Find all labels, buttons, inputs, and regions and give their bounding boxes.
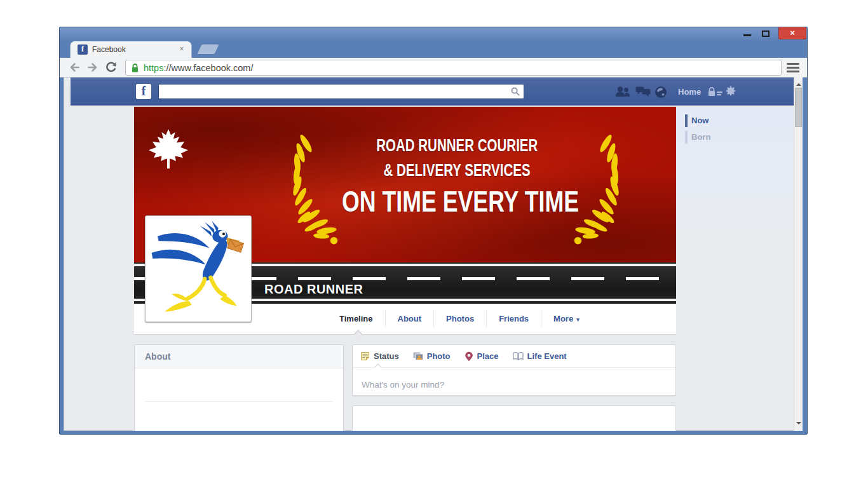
life-event-icon [513,351,524,361]
page-title: ROAD RUNNER [264,282,363,297]
ssl-lock-icon [131,63,139,73]
tab-strip: f Facebook × [60,41,807,58]
scroll-down-icon[interactable] [796,422,801,427]
back-icon[interactable] [67,60,83,76]
messages-icon[interactable] [635,86,651,98]
tab-more[interactable]: More▾ [541,304,592,335]
scroll-up-icon[interactable] [796,81,801,86]
timeline-nav-label[interactable]: Now [691,116,709,125]
photo-icon [413,351,423,361]
page-scrollbar[interactable] [794,77,803,431]
window-titlebar[interactable]: × [60,27,807,41]
gear-icon[interactable] [726,86,736,96]
tab-about[interactable]: About [386,304,434,334]
roadrunner-cartoon [148,219,248,319]
place-pin-icon [465,351,473,362]
browser-tab-facebook[interactable]: f Facebook × [71,41,191,58]
browser-toolbar: https://www.facebook.com/ [60,58,807,78]
maximize-icon[interactable] [762,30,770,37]
post-box [352,405,676,431]
cover-headline: ROAD RUNNER COURIER & DELIVERY SERVICES … [304,137,609,217]
close-icon[interactable]: × [778,27,806,39]
status-input[interactable]: What's on your mind? [362,380,444,390]
address-bar[interactable]: https://www.facebook.com/ [125,60,782,76]
status-action[interactable]: Status [360,351,399,361]
page-viewport: f [64,77,803,431]
search-icon[interactable] [511,87,520,96]
timeline-nav-marker [685,131,688,144]
about-box: About [134,344,344,431]
friend-requests-icon[interactable] [615,86,630,97]
life-event-action[interactable]: Life Event [513,351,567,361]
about-box-title: About [145,351,170,362]
url-scheme: https [144,63,163,73]
place-action[interactable]: Place [465,351,499,362]
tab-timeline[interactable]: Timeline [327,304,385,334]
tab-photos[interactable]: Photos [434,304,486,334]
about-box-divider [145,401,333,402]
facebook-search-box[interactable] [158,84,524,99]
facebook-favicon-icon: f [78,44,88,55]
tab-title: Facebook [92,45,126,54]
search-input[interactable] [159,85,524,98]
composer-actions: Status Photo Place [353,345,675,368]
cover-line-1: ROAD RUNNER COURIER [376,137,538,154]
minimize-icon[interactable] [743,34,751,36]
timeline-nav-marker [685,114,688,127]
url-rest: ://www.facebook.com/ [163,63,253,73]
privacy-shortcuts-lock-icon[interactable] [708,86,723,97]
notifications-globe-icon[interactable] [654,86,667,98]
facebook-logo-icon[interactable]: f [136,84,151,99]
maple-leaf-icon [147,126,189,172]
cover-line-2: & DELIVERY SERVICES [383,161,530,179]
chevron-down-icon: ▾ [576,316,580,323]
scrollbar-thumb[interactable] [795,88,802,127]
browser-window: × f Facebook × https://www.f [59,27,808,435]
reload-icon[interactable] [104,60,119,76]
profile-picture[interactable] [145,215,252,322]
photo-action[interactable]: Photo [413,351,451,361]
tab-friends[interactable]: Friends [487,304,541,334]
forward-icon[interactable] [86,60,101,76]
cover-line-3: ON TIME EVERY TIME [342,186,579,217]
facebook-navbar: f [71,78,794,105]
new-tab-button[interactable] [198,44,219,54]
tab-close-icon[interactable]: × [177,44,186,53]
timeline-nav-panel: Now Born [676,107,794,247]
browser-menu-icon[interactable] [787,63,799,72]
status-composer: Status Photo Place [352,344,676,396]
home-link[interactable]: Home [678,87,701,97]
status-note-icon [360,351,370,361]
url-text[interactable]: https://www.facebook.com/ [144,62,253,74]
timeline-nav-label[interactable]: Born [691,132,710,142]
about-box-header: About [135,345,343,369]
